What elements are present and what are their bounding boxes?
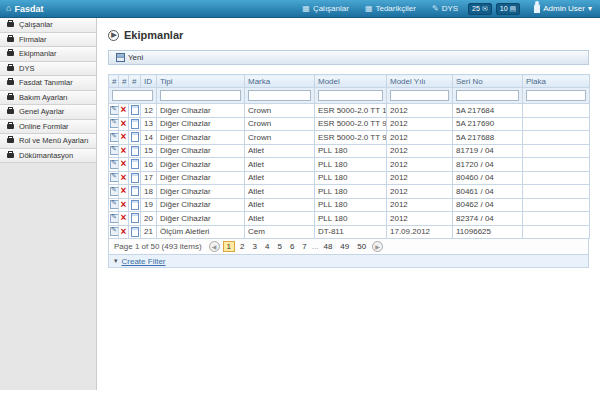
page-number-4[interactable]: 4 (262, 241, 272, 252)
edit-button[interactable] (109, 185, 119, 199)
column-header-action-0[interactable]: # (109, 75, 119, 88)
sidebar-item-fasdat-tanimlar[interactable]: Fasdat Tanımlar (0, 76, 96, 91)
cell-marka: Atlet (245, 212, 315, 226)
copy-button[interactable] (129, 117, 141, 131)
column-header-tipi[interactable]: Tipi (157, 75, 245, 88)
create-filter-link[interactable]: Create Filter (122, 257, 166, 266)
column-header-model[interactable]: Model (315, 75, 387, 88)
cell-plaka (523, 212, 590, 226)
edit-button[interactable] (109, 131, 119, 145)
copy-button[interactable] (129, 158, 141, 172)
edit-button[interactable] (109, 144, 119, 158)
filter-input-seri-no[interactable] (456, 90, 519, 101)
sidebar-item-firmalar[interactable]: Firmalar (0, 33, 96, 48)
user-menu[interactable]: Admin User ▾ (522, 4, 592, 13)
column-header-id[interactable]: ID (141, 75, 157, 88)
copy-icon (131, 227, 139, 237)
filter-input-plaka[interactable] (526, 90, 586, 101)
copy-button[interactable] (129, 185, 141, 199)
filter-input-id[interactable] (112, 90, 153, 101)
delete-button[interactable]: × (119, 117, 129, 131)
sidebar-item-calisanlar[interactable]: Çalışanlar (0, 18, 96, 33)
column-header-action-2[interactable]: # (129, 75, 141, 88)
page-number-6[interactable]: 6 (287, 241, 297, 252)
copy-button[interactable] (129, 198, 141, 212)
page-number-48[interactable]: 48 (320, 241, 335, 252)
sidebar-item-bakim-ayarlari[interactable]: Bakım Ayarları (0, 91, 96, 106)
filter-input-marka[interactable] (248, 90, 311, 101)
column-header-model-yili[interactable]: Model Yılı (387, 75, 453, 88)
sidebar-item-rol-ve-menu-ayarlari[interactable]: Rol ve Menü Ayarları (0, 134, 96, 149)
column-header-seri-no[interactable]: Seri No (453, 75, 523, 88)
edit-button[interactable] (109, 171, 119, 185)
table-header-row: ###IDTipiMarkaModelModel YılıSeri NoPlak… (109, 75, 590, 88)
topnav-item-tedarikciler[interactable]: ▦Tedarikçiler (357, 0, 424, 18)
cell-seri-no: 80460 / 04 (453, 171, 523, 185)
edit-button[interactable] (109, 198, 119, 212)
cell-model-yili: 2012 (387, 144, 453, 158)
page-number-3[interactable]: 3 (250, 241, 260, 252)
cell-model-yili: 17.09.2012 (387, 225, 453, 239)
filter-input-model-yili[interactable] (390, 90, 449, 101)
sidebar-item-online-formlar[interactable]: Online Formlar (0, 120, 96, 135)
next-page-button[interactable]: ▶ (372, 241, 383, 252)
copy-button[interactable] (129, 104, 141, 118)
page-number-1[interactable]: 1 (223, 241, 235, 252)
copy-button[interactable] (129, 212, 141, 226)
filter-input-tipi[interactable] (160, 90, 241, 101)
page-number-7[interactable]: 7 (299, 241, 309, 252)
edit-button[interactable] (109, 104, 119, 118)
filter-input-model[interactable] (318, 90, 383, 101)
edit-button[interactable] (109, 158, 119, 172)
edit-button[interactable] (109, 117, 119, 131)
cell-plaka (523, 117, 590, 131)
delete-button[interactable]: × (119, 225, 129, 239)
cell-model: PLL 180 (315, 158, 387, 172)
cell-seri-no: 5A 217684 (453, 104, 523, 118)
cell-tipi: Diğer Cihazlar (157, 117, 245, 131)
cell-model-yili: 2012 (387, 198, 453, 212)
sidebar-item-ekipmanlar[interactable]: Ekipmanlar (0, 47, 96, 62)
sidebar-item-dokumantasyon[interactable]: Dökümantasyon (0, 149, 96, 164)
column-header-marka[interactable]: Marka (245, 75, 315, 88)
cell-plaka (523, 225, 590, 239)
pagination-bar: Page 1 of 50 (493 items) ◀ 1234567...484… (108, 239, 589, 255)
copy-button[interactable] (129, 225, 141, 239)
delete-button[interactable]: × (119, 212, 129, 226)
topnav-item-calisanlar[interactable]: ▦Çalışanlar (294, 0, 357, 18)
page-number-2[interactable]: 2 (237, 241, 247, 252)
delete-button[interactable]: × (119, 158, 129, 172)
brand-home-link[interactable]: ⌂ Fasdat (0, 4, 43, 14)
page-number-5[interactable]: 5 (274, 241, 284, 252)
delete-button[interactable]: × (119, 198, 129, 212)
delete-button[interactable]: × (119, 171, 129, 185)
copy-icon (131, 200, 139, 210)
column-header-plaka[interactable]: Plaka (523, 75, 590, 88)
notification-badge-envelope[interactable]: 25✉ (468, 3, 492, 15)
briefcase-icon (7, 22, 14, 27)
copy-button[interactable] (129, 171, 141, 185)
delete-button[interactable]: × (119, 144, 129, 158)
cell-seri-no: 5A 217688 (453, 131, 523, 145)
delete-button[interactable]: × (119, 104, 129, 118)
sidebar-item-dys[interactable]: DYS (0, 62, 96, 77)
sidebar-item-genel-ayarlar[interactable]: Genel Ayarlar (0, 105, 96, 120)
cell-model: ESR 5000-2.0 TT 9605 (315, 131, 387, 145)
topnav-item-dys[interactable]: ✎DYS (424, 0, 466, 18)
prev-page-button[interactable]: ◀ (209, 241, 220, 252)
edit-button[interactable] (109, 212, 119, 226)
copy-button[interactable] (129, 144, 141, 158)
column-header-action-1[interactable]: # (119, 75, 129, 88)
page-number-50[interactable]: 50 (354, 241, 369, 252)
edit-button[interactable] (109, 225, 119, 239)
table-row: ×12Diğer CihazlarCrownESR 5000-2.0 TT 11… (109, 104, 590, 118)
prev-page-icon: ◀ (212, 243, 217, 250)
delete-button[interactable]: × (119, 131, 129, 145)
new-button[interactable]: Yeni (112, 53, 147, 62)
filter-collapse-icon[interactable]: ▾ (114, 257, 118, 265)
notification-badge-document[interactable]: 10▤ (496, 3, 520, 15)
copy-button[interactable] (129, 131, 141, 145)
edit-icon (110, 200, 119, 209)
page-number-49[interactable]: 49 (337, 241, 352, 252)
delete-button[interactable]: × (119, 185, 129, 199)
